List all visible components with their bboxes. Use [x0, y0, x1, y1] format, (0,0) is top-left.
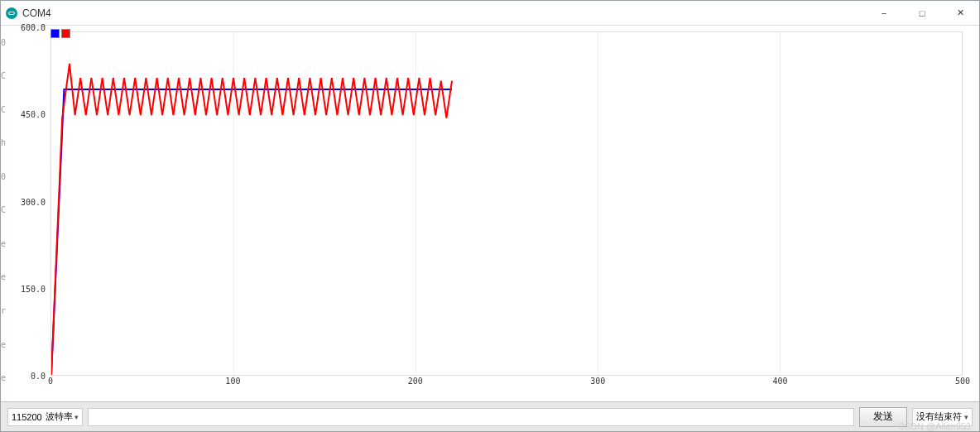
background-gutter: 0 C C h 0 C e e r e e: [1, 27, 7, 396]
chevron-down-icon: ▾: [962, 413, 968, 421]
send-input[interactable]: [88, 408, 854, 426]
window-title: COM4: [22, 7, 51, 19]
x-tick: 0: [48, 377, 53, 386]
x-tick: 200: [408, 377, 423, 386]
plot-svg: [51, 32, 962, 375]
x-tick: 400: [773, 377, 788, 386]
y-tick: 600.0: [21, 23, 46, 32]
minimize-button[interactable]: −: [865, 1, 903, 26]
plot-line: [51, 64, 452, 375]
y-tick: 450.0: [21, 110, 46, 119]
legend-swatch-2: [61, 29, 70, 38]
serial-plotter-window: COM4 − □ ✕ 0 C C h 0 C e e r e e 600.0 4…: [0, 0, 980, 432]
y-tick: 150.0: [21, 284, 46, 293]
title-bar[interactable]: COM4 − □ ✕: [1, 1, 979, 26]
line-ending-value: 没有结束符: [916, 410, 962, 423]
plot-area: 600.0 450.0 300.0 150.0 0.0 0 100 200 30…: [17, 27, 963, 396]
x-tick: 100: [225, 377, 240, 386]
baud-value: 115200: [12, 412, 46, 422]
baud-rate-select[interactable]: 115200 波特率 ▾: [7, 408, 83, 426]
close-button[interactable]: ✕: [941, 1, 979, 26]
x-tick: 500: [955, 377, 970, 386]
baud-label: 波特率: [46, 410, 73, 423]
maximize-button[interactable]: □: [903, 1, 941, 26]
line-ending-select[interactable]: 没有结束符 ▾: [912, 408, 973, 426]
chart-canvas: [50, 31, 963, 376]
legend-swatch-1: [50, 29, 60, 38]
bottom-toolbar: 115200 波特率 ▾ 发送 没有结束符 ▾ CSDN @Allen953: [1, 401, 979, 431]
send-button[interactable]: 发送: [859, 407, 907, 427]
arduino-icon: [6, 7, 17, 19]
y-axis-labels: 600.0 450.0 300.0 150.0 0.0: [17, 27, 47, 376]
y-tick: 300.0: [21, 197, 46, 206]
x-axis-labels: 0 100 200 300 400 500: [50, 377, 963, 388]
plot-line: [51, 89, 452, 375]
x-tick: 300: [590, 377, 605, 386]
y-tick: 0.0: [31, 372, 46, 381]
legend: [50, 29, 70, 38]
chevron-down-icon: ▾: [73, 413, 79, 421]
